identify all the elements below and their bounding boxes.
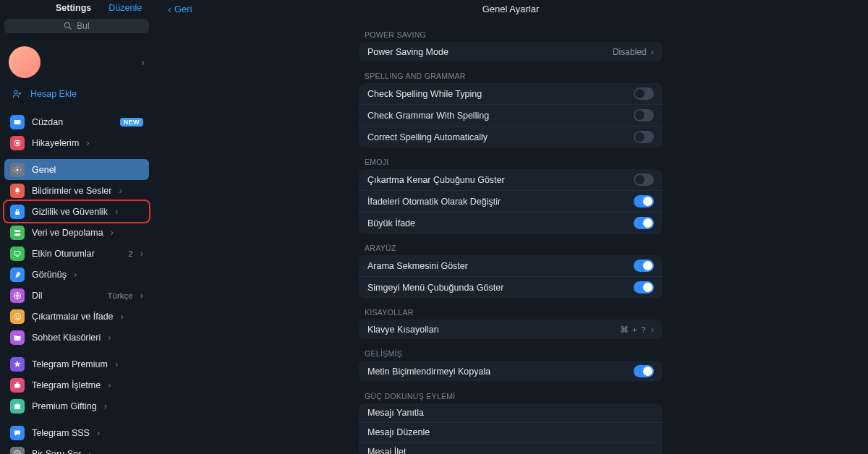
sidebar-item-telegram-i-letme[interactable]: Telegram İşletme› [4, 374, 149, 395]
chevron-right-icon: › [140, 248, 143, 259]
sidebar-item-veri-ve-depolama[interactable]: Veri ve Depolama› [4, 222, 149, 243]
chat-icon [10, 426, 25, 440]
svg-point-14 [16, 315, 17, 317]
sidebar-header: Settings Düzenle [0, 0, 153, 16]
settings-row[interactable]: Check Spelling While Typing [359, 83, 663, 104]
chevron-left-icon: ‹ [168, 3, 171, 15]
search-input[interactable]: Bul [4, 19, 149, 33]
svg-rect-10 [14, 251, 20, 255]
chevron-right-icon: › [108, 380, 111, 390]
brush-icon [10, 267, 25, 282]
sidebar-item-label: Dil [32, 291, 43, 301]
sidebar: Settings Düzenle Bul › Hesap Ekle Cüzdan… [0, 0, 153, 454]
sidebar-item-label: Çıkartmalar ve İfade [32, 312, 114, 322]
profile-row[interactable]: › [0, 39, 153, 85]
settings-title: Settings [56, 3, 91, 13]
toggle-switch[interactable] [634, 87, 654, 100]
sidebar-item-label: Etkin Oturumlar [32, 249, 95, 259]
sidebar-item-hikayelerim[interactable]: Hikayelerim› [4, 132, 149, 153]
row-label: İfadeleri Otomatik Olarak Değiştir [367, 197, 501, 207]
sidebar-item-etkin-oturumlar[interactable]: Etkin Oturumlar2› [4, 243, 149, 264]
sticker-icon [10, 309, 25, 324]
toggle-switch[interactable] [634, 217, 654, 229]
sidebar-item-bir-soru-sor[interactable]: ?Bir Soru Sor› [4, 443, 149, 454]
sidebar-item-telegram-sss[interactable]: Telegram SSS› [4, 422, 149, 443]
row-label: Correct Spelling Automatically [367, 132, 488, 142]
add-account-label: Hesap Ekle [30, 89, 77, 99]
settings-row[interactable]: Power Saving ModeDisabled› [359, 42, 663, 61]
row-label: Klavye Kısayolları [367, 325, 439, 335]
row-label: Check Grammar With Spelling [367, 111, 489, 121]
toggle-switch[interactable] [634, 365, 654, 377]
chevron-right-icon: › [88, 448, 91, 454]
svg-rect-17 [17, 382, 19, 384]
sidebar-item-sohbet-klas-rleri[interactable]: Sohbet Klasörleri› [4, 327, 149, 348]
add-account-button[interactable]: Hesap Ekle [0, 85, 153, 108]
storage-icon [10, 226, 25, 240]
chevron-right-icon: › [140, 290, 143, 301]
row-value: Disabled [613, 47, 647, 57]
svg-text:?: ? [16, 452, 19, 455]
settings-row[interactable]: Mesaj İlet [359, 442, 663, 454]
sidebar-item--kartmalar-ve-i-fade[interactable]: Çıkartmalar ve İfade› [4, 306, 149, 327]
svg-point-4 [16, 142, 19, 145]
settings-row[interactable]: Arama Sekmesini Göster [359, 255, 663, 276]
sidebar-item-genel[interactable]: Genel [4, 159, 149, 180]
settings-row[interactable]: Klavye Kısayolları⌘ + ?› [359, 320, 663, 339]
sidebar-item-label: Cüzdan [32, 117, 63, 127]
row-label: Simgeyi Menü Çubuğunda Göster [367, 283, 503, 293]
toggle-switch[interactable] [634, 174, 654, 186]
back-button[interactable]: ‹ Geri [168, 3, 192, 15]
section-header-advanced: GELİŞMİŞ [359, 339, 663, 361]
gear-icon [10, 163, 25, 177]
svg-point-15 [18, 315, 20, 317]
toggle-switch[interactable] [634, 109, 654, 121]
toggle-switch[interactable] [634, 131, 654, 143]
avatar [9, 46, 41, 78]
sidebar-item-g-r-n-[interactable]: Görünüş› [4, 264, 149, 285]
settings-row[interactable]: Mesajı Düzenle [359, 422, 663, 442]
row-label: Arama Sekmesini Göster [367, 261, 468, 271]
row-label: Çıkartma Kenar Çubuğunu Göster [367, 175, 505, 185]
svg-point-13 [14, 313, 21, 320]
sidebar-item-label: Hikayelerim [32, 138, 79, 148]
sidebar-item-label: Genel [32, 165, 56, 175]
sidebar-item-c-zdan[interactable]: CüzdanNEW [4, 111, 149, 132]
settings-row[interactable]: Mesajı Yanıtla [359, 403, 663, 422]
sidebar-item-label: Gizlilik ve Güvenlik [32, 207, 108, 217]
settings-row[interactable]: Çıkartma Kenar Çubuğunu Göster [359, 169, 663, 190]
row-label: Mesaj İlet [367, 447, 407, 454]
sidebar-item-label: Sohbet Klasörleri [32, 333, 101, 343]
sidebar-item-label: Telegram SSS [32, 428, 90, 438]
settings-row[interactable]: Büyük İfade [359, 212, 663, 234]
sidebar-item-gizlilik-ve-g-venlik[interactable]: Gizlilik ve Güvenlik› [4, 201, 149, 222]
edit-button[interactable]: Düzenle [109, 3, 145, 13]
lock-icon [10, 205, 25, 219]
svg-rect-16 [14, 384, 20, 388]
sidebar-item-dil[interactable]: DilTürkçe› [4, 285, 149, 306]
settings-row[interactable]: Check Grammar With Spelling [359, 104, 663, 126]
row-label: Power Saving Mode [367, 47, 448, 57]
sidebar-item-label: Telegram Premium [32, 359, 108, 369]
sidebar-item-bildirimler-ve-sesler[interactable]: Bildirimler ve Sesler› [4, 180, 149, 201]
search-icon [64, 22, 72, 30]
row-label: Mesajı Düzenle [367, 427, 430, 437]
sidebar-item-telegram-premium[interactable]: Telegram Premium› [4, 354, 149, 374]
sidebar-item-premium-gifting[interactable]: Premium Gifting› [4, 395, 149, 416]
settings-row[interactable]: Correct Spelling Automatically [359, 126, 663, 147]
settings-row[interactable]: Metin Biçimlendirmeyi Kopyala [359, 361, 663, 382]
briefcase-icon [10, 378, 25, 393]
toggle-switch[interactable] [634, 260, 654, 272]
sessions-icon [10, 247, 25, 261]
settings-row[interactable]: Simgeyi Menü Çubuğunda Göster [359, 276, 663, 298]
svg-rect-2 [19, 121, 20, 123]
settings-row[interactable]: İfadeleri Otomatik Olarak Değiştir [359, 190, 663, 212]
svg-rect-9 [14, 234, 20, 236]
globe-icon [10, 288, 25, 303]
toggle-switch[interactable] [634, 195, 654, 207]
sidebar-item-label: Görünüş [32, 270, 67, 280]
toggle-switch[interactable] [634, 281, 654, 294]
keyboard-shortcut: ⌘ + ? [620, 325, 647, 335]
svg-rect-7 [15, 211, 20, 215]
sidebar-item-value: 2 [128, 249, 132, 258]
